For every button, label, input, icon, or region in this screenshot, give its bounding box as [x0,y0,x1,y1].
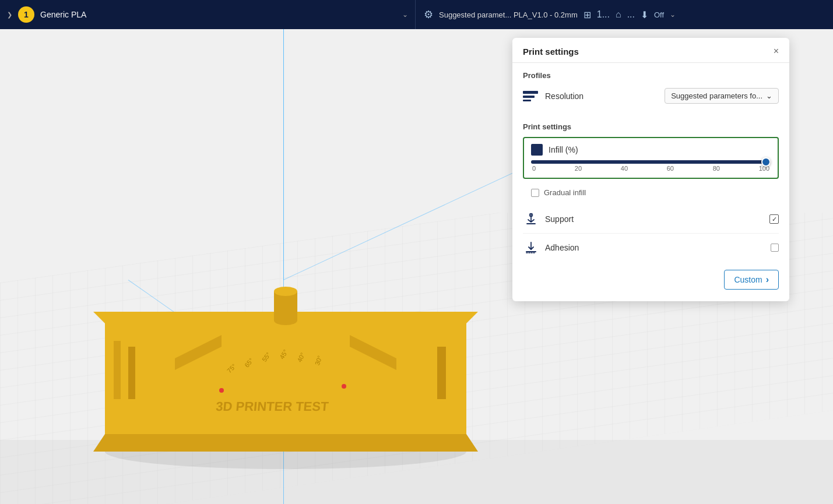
axis-line-v2 [283,29,284,280]
3d-model: 3D PRINTER TEST 75° 65° 55° 45° 40° 30° [58,253,525,469]
support-checkbox[interactable]: ✓ [769,214,779,224]
slider-label-0: 0 [532,165,536,172]
gradual-infill-row: Gradual infill [523,185,779,205]
panel-header: Print settings × [512,38,789,63]
infill-label: Infill (%) [549,145,578,154]
support-row: Support ✓ [523,205,779,234]
right-dropdown-icon[interactable]: ⌄ [670,10,676,19]
profiles-label: Profiles [523,71,779,80]
model-svg: 3D PRINTER TEST 75° 65° 55° 45° 40° 30° [58,253,525,469]
print-settings-panel: Print settings × Profiles Resolution Sug… [512,38,789,301]
profile-icon: ⚙ [424,8,433,21]
adhesion-checkbox[interactable] [771,244,779,252]
support-label: Support [545,214,769,224]
svg-point-24 [342,384,346,389]
infill-slider-container[interactable]: 0 20 40 60 80 100 [531,160,771,172]
print-settings-label: Print settings [523,122,779,131]
printer-dropdown-icon[interactable]: ⌄ [402,10,408,19]
resolution-icon [523,90,538,102]
printer-name-label: Generic PLA [40,10,396,19]
profile-dropdown[interactable]: Suggested parameters fo... ⌄ [665,88,779,104]
profiles-section: Profiles Resolution Suggested parameters… [512,63,789,112]
infill-slider-thumb[interactable] [761,157,771,167]
profiles-row: Resolution Suggested parameters fo... ⌄ [523,86,779,112]
slider-label-40: 40 [621,165,628,172]
adhesion-row: Adhesion [523,234,779,262]
svg-rect-15 [114,341,121,399]
profile-selector[interactable]: ⚙ Suggested paramet... PLA_V1.0 - 0.2mm … [416,0,833,29]
adhesion-icon [523,239,539,256]
infill-slider-labels: 0 20 40 60 80 100 [531,165,771,172]
svg-text:3D PRINTER TEST: 3D PRINTER TEST [215,399,329,414]
gradual-infill-checkbox[interactable] [531,189,539,197]
grid-icon[interactable]: ⊞ [584,9,591,20]
printer-number-badge: 1 [18,6,34,23]
download-icon[interactable]: ⬇ [641,9,648,20]
profile-dropdown-text: Suggested parameters fo... [671,91,762,100]
gradual-infill-label: Gradual infill [544,188,586,197]
support-icon [523,211,539,227]
infill-header: Infill (%) [531,144,771,156]
svg-rect-17 [437,347,446,399]
profile-dropdown-chevron: ⌄ [766,91,772,100]
adhesion-label: Adhesion [545,243,771,252]
more-icon[interactable]: ... [627,9,635,20]
svg-point-20 [274,287,297,296]
infill-slider-track[interactable] [531,160,771,164]
layers-icon[interactable]: 1... [597,9,610,20]
svg-rect-16 [128,347,135,399]
close-icon[interactable]: × [774,46,779,57]
panel-title: Print settings [523,47,579,57]
infill-slider-fill [531,160,771,164]
svg-marker-7 [105,323,466,434]
infill-row: Infill (%) 0 20 40 60 80 100 [523,137,779,179]
printer-selector[interactable]: ❯ 1 Generic PLA ⌄ [0,0,416,29]
custom-button-arrow: › [766,274,769,285]
profile-text: Suggested paramet... PLA_V1.0 - 0.2mm [439,10,578,19]
custom-button[interactable]: Custom › [724,270,779,290]
svg-point-23 [219,388,224,393]
top-bar: ❯ 1 Generic PLA ⌄ ⚙ Suggested paramet...… [0,0,833,29]
left-chevron-icon[interactable]: ❯ [7,11,12,19]
off-badge: Off [654,10,664,19]
house-icon[interactable]: ⌂ [616,9,621,20]
custom-button-label: Custom [734,275,762,284]
infill-color-box [531,144,543,156]
print-settings-section: Print settings Infill (%) 0 20 40 60 80 … [512,114,789,262]
svg-marker-3 [93,434,478,452]
slider-label-20: 20 [575,165,582,172]
slider-label-80: 80 [713,165,720,172]
slider-label-60: 60 [667,165,674,172]
resolution-label: Resolution [545,91,658,101]
panel-footer: Custom › [512,262,789,292]
